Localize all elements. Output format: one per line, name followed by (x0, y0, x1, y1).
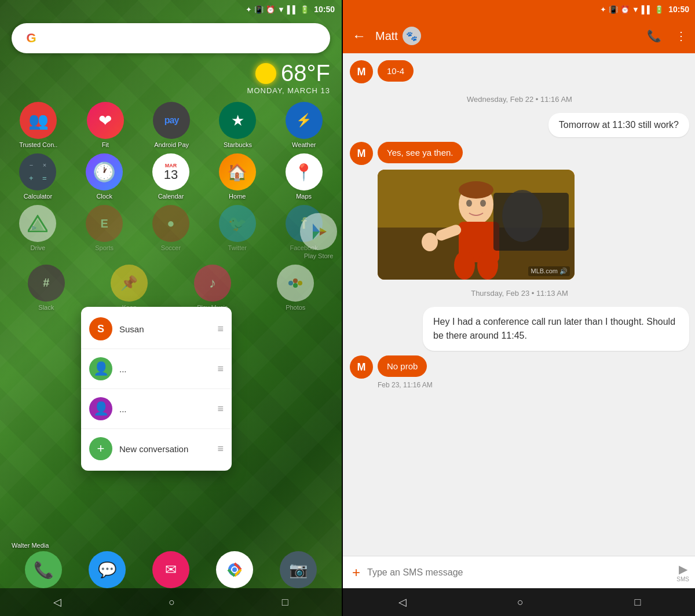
recent-button-left[interactable]: □ (282, 596, 288, 608)
date-separator-1: Wednesday, Feb 22 • 11:16 AM (350, 95, 689, 104)
app-trusted-contacts[interactable]: 👥 Trusted Con.. (19, 102, 57, 149)
maps-icon: 📍 (286, 153, 323, 190)
vibrate-icon: 📳 (254, 5, 264, 14)
new-conversation-item[interactable]: + New conversation ≡ (81, 431, 232, 466)
starbucks-icon: ★ (219, 102, 256, 139)
dock-phone[interactable]: 📞 (25, 551, 62, 588)
app-home[interactable]: 🏠 Home (219, 153, 256, 200)
app-play-music[interactable]: ♪ Play Music (194, 265, 231, 311)
app-clock[interactable]: 🕐 Clock (86, 153, 123, 200)
battery-icon: 🔋 (300, 5, 309, 14)
send-icon: ▶ (679, 562, 687, 576)
svg-point-11 (232, 567, 237, 572)
shortcut-susan[interactable]: S Susan ≡ (81, 311, 232, 346)
sms-back-button[interactable]: ← (348, 23, 371, 49)
app-weather[interactable]: ⚡ Weather (286, 102, 323, 149)
app-fit[interactable]: ❤ Fit (87, 102, 124, 149)
shortcut-contact-3[interactable]: 👤 ... ≡ (81, 391, 232, 426)
home-button-left[interactable]: ○ (169, 596, 175, 608)
alarm-icon: ⏰ (266, 5, 275, 14)
sms-input-field[interactable] (367, 567, 672, 578)
contact2-name: ... (119, 364, 210, 374)
phone-icon: 📞 (25, 551, 62, 588)
inbox-icon: ✉ (152, 551, 189, 588)
maps-label: Maps (296, 193, 312, 200)
contact2-handle[interactable]: ≡ (217, 363, 224, 375)
svg-point-21 (466, 200, 472, 207)
svg-point-20 (459, 181, 493, 199)
fit-label: Fit (102, 141, 109, 149)
bubble-no-prob: No prob (378, 355, 427, 377)
app-calendar[interactable]: MAR 13 Calendar (152, 153, 189, 200)
photos-label: Photos (286, 304, 305, 311)
weather-label: Weather (292, 141, 316, 149)
photos-icon (277, 265, 314, 302)
susan-name: Susan (119, 324, 210, 334)
walter-media-label: Walter Media (12, 542, 49, 549)
message-no-prob: M No prob Feb 23, 11:16 AM (350, 355, 689, 389)
signal-icon: ▌▌ (287, 5, 298, 14)
play-store-label: Play Store (304, 252, 334, 260)
message-gif: MLB.com 🔊 (378, 170, 575, 280)
app-row-2: − × + = Calculator 🕐 Clock MAR 13 Calend… (0, 151, 342, 203)
app-calculator[interactable]: − × + = Calculator (19, 153, 56, 200)
starbucks-label: Starbucks (224, 141, 252, 149)
dock-camera[interactable]: 📷 (280, 551, 317, 588)
app-android-pay[interactable]: pay Android Pay (153, 102, 190, 149)
weather-widget: 68°F MONDAY, MARCH 13 (0, 58, 342, 100)
sms-more-button[interactable]: ⋮ (671, 24, 692, 47)
calendar-label: Calendar (158, 193, 184, 200)
contact3-handle[interactable]: ≡ (217, 403, 224, 415)
app-row-1: 👥 Trusted Con.. ❤ Fit pay Android Pay ★ … (0, 100, 342, 151)
status-bar-left: ✦ 📳 ⏰ ▼ ▌▌ 🔋 10:50 (0, 0, 342, 19)
sms-battery-icon: 🔋 (654, 5, 664, 14)
message-conference: Hey I had a conference call run later th… (350, 307, 689, 351)
susan-handle[interactable]: ≡ (217, 323, 224, 335)
dock-messages[interactable]: 💬 (89, 551, 126, 588)
sms-contact-name: Matt 🐾 (375, 27, 638, 45)
app-starbucks[interactable]: ★ Starbucks (219, 102, 256, 149)
svg-marker-4 (313, 223, 320, 232)
sms-call-button[interactable]: 📞 (642, 24, 666, 47)
sms-input-area: + ▶ SMS (343, 556, 695, 588)
android-pay-icon: pay (153, 102, 190, 139)
calculator-icon: − × + = (19, 153, 56, 190)
google-search-bar[interactable]: G (12, 23, 330, 53)
svg-point-16 (454, 251, 475, 280)
contact-avatar-header: 🐾 (403, 27, 421, 45)
susan-avatar: S (89, 317, 112, 340)
new-convo-handle[interactable]: ≡ (217, 443, 224, 455)
app-photos[interactable]: Photos (277, 265, 314, 311)
weather-icon: ⚡ (286, 102, 323, 139)
wifi-icon: ▼ (277, 5, 285, 14)
no-prob-time: Feb 23, 11:16 AM (378, 381, 689, 389)
dock-chrome[interactable] (216, 551, 253, 588)
nav-bar-right: ◁ ○ □ (343, 588, 695, 616)
trusted-contacts-label: Trusted Con.. (19, 141, 57, 149)
sms-alarm-icon: ⏰ (620, 5, 630, 14)
recent-button-right[interactable]: □ (634, 596, 641, 608)
sms-add-button[interactable]: + (350, 562, 363, 583)
message-10-4: M 10-4 (350, 60, 689, 83)
back-button-left[interactable]: ◁ (53, 596, 61, 608)
shortcut-contact-2[interactable]: 👤 ... ≡ (81, 351, 232, 386)
status-bar-right: ✦ 📳 ⏰ ▼ ▌▌ 🔋 10:50 (343, 0, 695, 19)
camera-icon: 📷 (280, 551, 317, 588)
app-slack[interactable]: # Slack (28, 265, 65, 311)
app-maps[interactable]: 📍 Maps (286, 153, 323, 200)
sun-icon (255, 63, 276, 84)
app-keep[interactable]: 📌 Keep (111, 265, 148, 311)
clock-icon: 🕐 (86, 153, 123, 190)
home-button-right[interactable]: ○ (517, 596, 524, 608)
sms-send-button[interactable]: ▶ SMS (676, 562, 689, 582)
bubble-yes: Yes, see ya then. (378, 142, 463, 163)
play-music-icon: ♪ (194, 265, 231, 302)
matt-avatar-2: M (350, 142, 373, 165)
messages-area: M 10-4 Wednesday, Feb 22 • 11:16 AM Tomo… (343, 53, 695, 556)
message-yes: M Yes, see ya then. (350, 142, 689, 165)
sms-time: 10:50 (668, 5, 689, 14)
app-play-store[interactable]: Play Store (300, 213, 337, 260)
home-icon: 🏠 (219, 153, 256, 190)
back-button-right[interactable]: ◁ (398, 596, 407, 608)
dock-inbox[interactable]: ✉ (152, 551, 189, 588)
